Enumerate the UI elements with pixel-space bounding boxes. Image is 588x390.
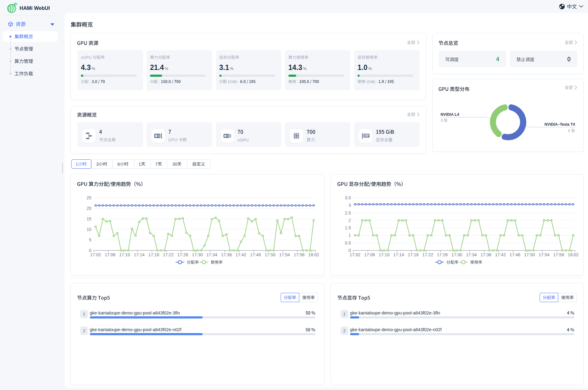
- svg-text:HAMi WebUI: HAMi WebUI: [20, 5, 50, 11]
